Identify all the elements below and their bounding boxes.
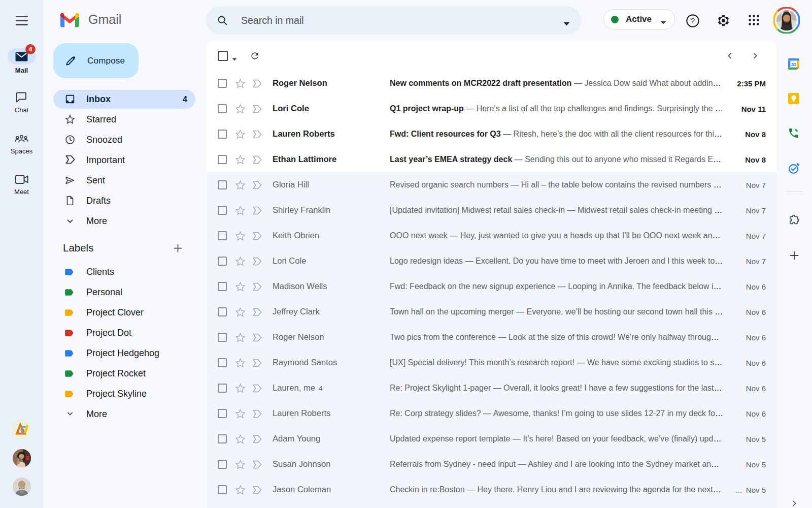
svg-text:31: 31 (791, 62, 796, 67)
svg-text:?: ? (691, 17, 695, 25)
